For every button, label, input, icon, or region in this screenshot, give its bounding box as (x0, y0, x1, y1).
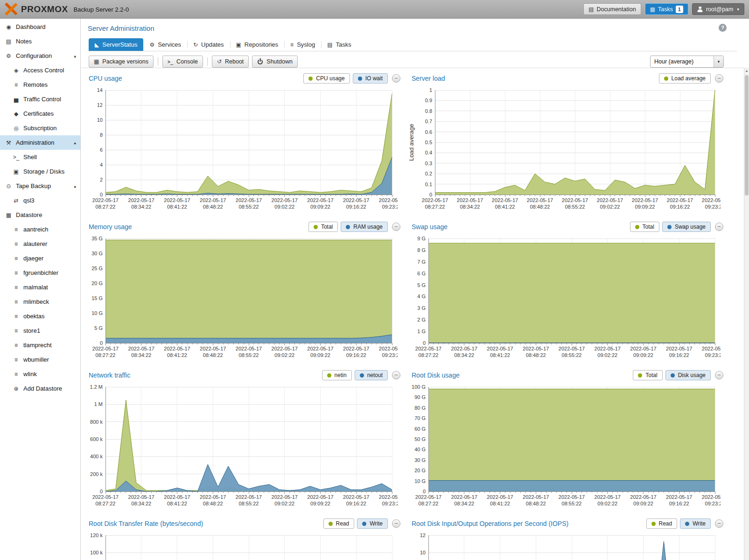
sidebar-item-djaeger[interactable]: ≡djaeger (0, 251, 80, 266)
collapse-icon[interactable]: − (392, 74, 400, 83)
sidebar-item-alauterer[interactable]: ≡alauterer (0, 237, 80, 251)
tab-updates[interactable]: ↻Updates (187, 38, 230, 51)
chart-legend: TotalDisk usage− (633, 370, 723, 380)
collapse-icon[interactable]: − (715, 519, 723, 528)
svg-text:09:09:22: 09:09:22 (633, 501, 653, 506)
chart-plot: 10.90.80.70.60.50.40.30.20.102022-05-170… (407, 85, 726, 214)
tab-services[interactable]: ⚙Services (143, 38, 187, 51)
vertical-scrollbar[interactable]: ▲ (744, 68, 749, 560)
sidebar-item-certificates[interactable]: ◆Certificates (0, 106, 80, 121)
svg-text:6 G: 6 G (417, 271, 426, 276)
sidebar-item-administration[interactable]: ⚒Administration▴ (0, 135, 80, 150)
scrollbar-thumb[interactable] (745, 75, 749, 196)
collapse-icon[interactable]: − (715, 223, 723, 231)
legend-toggle-ram-usage[interactable]: RAM usage (341, 222, 388, 232)
svg-text:15 G: 15 G (91, 295, 103, 301)
legend-dot (360, 373, 364, 378)
sidebar-item-tlamprecht[interactable]: ≡tlamprecht (0, 338, 80, 352)
sidebar-item-dashboard[interactable]: ◉Dashboard (0, 20, 80, 34)
tape-icon: ⊙ (4, 183, 13, 189)
user-menu-button[interactable]: root@pam ▾ (692, 3, 744, 15)
sidebar-item-add-datastore[interactable]: ⊕Add Datastore (0, 381, 80, 396)
product-version: Backup Server 2.2-0 (74, 6, 129, 13)
help-icon[interactable]: ? (719, 24, 727, 32)
sidebar-item-subscription[interactable]: ◎Subscription (0, 121, 80, 135)
legend-label: CPU usage (316, 75, 344, 82)
sidebar-item-label: Datastore (16, 211, 42, 218)
sidebar-item-obektas[interactable]: ≡obektas (0, 309, 80, 323)
svg-text:25 G: 25 G (91, 266, 103, 271)
sidebar-item-access-control[interactable]: ◈Access Control (0, 63, 80, 77)
tab-tasks[interactable]: ▤Tasks (321, 38, 357, 51)
legend-toggle-read[interactable]: Read (323, 518, 355, 529)
tasks-button[interactable]: ▦ Tasks 1 (645, 3, 688, 15)
sidebar-item-wbumiller[interactable]: ≡wbumiller (0, 352, 80, 367)
sidebar-item-configuration[interactable]: ⚙Configuration▴ (0, 49, 80, 63)
legend-toggle-total[interactable]: Total (630, 222, 659, 232)
collapse-icon[interactable]: − (392, 223, 400, 231)
legend-toggle-cpu-usage[interactable]: CPU usage (303, 73, 350, 84)
svg-text:0: 0 (100, 489, 103, 494)
legend-toggle-write[interactable]: Write (680, 518, 711, 529)
svg-text:08:34:22: 08:34:22 (454, 352, 474, 358)
svg-text:2022-05-17: 2022-05-17 (667, 197, 693, 203)
timeframe-select[interactable]: Hour (average) ▼ (650, 56, 724, 68)
sidebar-item-mlimbeck[interactable]: ≡mlimbeck (0, 294, 80, 309)
package-versions-button[interactable]: ▦ Package versions (89, 56, 154, 68)
legend-toggle-disk-usage[interactable]: Disk usage (665, 370, 711, 380)
sidebar-item-datastore[interactable]: ▦Datastore (0, 208, 80, 222)
legend-toggle-load-average[interactable]: Load average (659, 73, 711, 84)
reboot-button[interactable]: ↺ Reboot (212, 56, 249, 68)
sidebar-item-notes[interactable]: ▤Notes (0, 34, 80, 49)
svg-text:08:27:22: 08:27:22 (96, 352, 116, 358)
sidebar-item-label: Tape Backup (16, 182, 51, 189)
legend-toggle-total[interactable]: Total (633, 370, 662, 380)
svg-text:08:41:22: 08:41:22 (495, 204, 515, 210)
tab-repositories[interactable]: ▣Repositories (230, 38, 285, 51)
sidebar-item-store1[interactable]: ≡store1 (0, 323, 80, 338)
svg-text:09:02:22: 09:02:22 (274, 204, 294, 210)
svg-text:09:23:22: 09:23:22 (705, 501, 721, 506)
legend-toggle-total[interactable]: Total (308, 222, 338, 232)
sidebar-item-aantreich[interactable]: ≡aantreich (0, 222, 80, 237)
chart-svg-swap-usage: 9 G8 G7 G6 G5 G4 G3 G2 G1 G02022-05-1708… (407, 234, 721, 363)
svg-text:2022-05-17: 2022-05-17 (422, 197, 448, 203)
svg-text:0: 0 (423, 489, 426, 494)
legend-toggle-netout[interactable]: netout (355, 370, 388, 380)
tape-changer-icon: ⇄ (12, 197, 21, 204)
svg-text:2 G: 2 G (417, 317, 426, 322)
legend-toggle-netin[interactable]: netin (322, 370, 352, 380)
sidebar-item-wlink[interactable]: ≡wlink (0, 367, 80, 381)
sidebar-item-storage-disks[interactable]: ▣Storage / Disks (0, 164, 80, 179)
svg-text:2022-05-17: 2022-05-17 (595, 346, 621, 351)
tab-syslog[interactable]: ≡Syslog (284, 38, 321, 51)
svg-text:0: 0 (100, 340, 103, 346)
scroll-up-icon[interactable]: ▲ (744, 68, 749, 74)
sidebar-item-qsl3[interactable]: ⇄qsl3 (0, 193, 80, 208)
sidebar-item-shell[interactable]: >_Shell (0, 150, 80, 164)
legend-toggle-swap-usage[interactable]: Swap usage (662, 222, 711, 232)
shutdown-button[interactable]: Shutdown (252, 56, 298, 68)
legend-toggle-write[interactable]: Write (357, 518, 388, 529)
sidebar-item-label: malmalat (23, 284, 48, 291)
svg-text:09:02:22: 09:02:22 (274, 352, 294, 358)
sidebar-item-tape-backup[interactable]: ⊙Tape Backup▴ (0, 179, 80, 193)
sidebar-item-remotes[interactable]: ≡Remotes (0, 77, 80, 92)
toolbar-separator (158, 57, 158, 66)
legend-toggle-io-wait[interactable]: IO wait (353, 73, 388, 84)
sidebar-item-malmalat[interactable]: ≡malmalat (0, 280, 80, 294)
collapse-icon[interactable]: − (392, 371, 400, 379)
collapse-icon[interactable]: − (392, 519, 400, 528)
collapse-icon[interactable]: − (715, 371, 723, 379)
legend-toggle-read[interactable]: Read (646, 518, 678, 529)
svg-text:2022-05-17: 2022-05-17 (307, 494, 333, 500)
sidebar-item-traffic-control[interactable]: ▅Traffic Control (0, 92, 80, 106)
console-button[interactable]: >_ Console (162, 56, 203, 68)
svg-text:2022-05-17: 2022-05-17 (379, 197, 398, 203)
gears-icon: ⚙ (149, 42, 154, 48)
tab-serverstatus[interactable]: ◣ServerStatus (89, 38, 143, 51)
sidebar-item-fgruenbichler[interactable]: ≡fgruenbichler (0, 266, 80, 280)
documentation-button[interactable]: ▤ Documentation (583, 3, 641, 15)
svg-text:100 G: 100 G (412, 384, 426, 390)
collapse-icon[interactable]: − (715, 74, 723, 83)
